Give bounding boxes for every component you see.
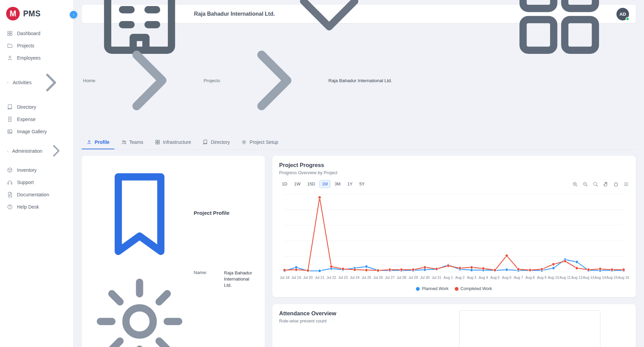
sidebar-item-projects[interactable]: Projects [0, 40, 73, 52]
legend-dot-icon [455, 287, 458, 291]
left-column: Project Profile Name:Raja Bahadur Intern… [82, 156, 265, 347]
progress-line-chart[interactable]: Jul 18Jul 19Jul 20Jul 21Jul 22Jul 23Jul … [279, 190, 629, 284]
date-range-select[interactable]: Last 7 Days [459, 310, 600, 347]
company-name: Raja Bahadur International Ltd. [194, 11, 275, 17]
sidebar-item-dashboard[interactable]: Dashboard [0, 27, 73, 40]
svg-text:Aug 5: Aug 5 [490, 275, 500, 280]
range-1m-button[interactable]: 1M [319, 180, 331, 188]
sidebar-item-label: Employees [17, 55, 41, 61]
sidebar-collapse-button[interactable] [70, 11, 77, 18]
tab-label: Infrastructure [163, 139, 191, 145]
sidebar-item-help-desk[interactable]: Help Desk [0, 201, 73, 213]
pan-icon [603, 181, 609, 187]
topbar: Raja Bahadur International Ltd. AD [82, 5, 636, 23]
app-name: PMS [23, 9, 41, 18]
tab-directory[interactable]: Directory [198, 136, 235, 149]
svg-text:Aug 9: Aug 9 [537, 275, 547, 280]
zoom-in-button[interactable] [572, 181, 578, 187]
range-1d-button[interactable]: 1D [279, 180, 290, 188]
project-progress-card: Project Progress Progress Overview by Pr… [272, 156, 636, 297]
dashboard-icon [155, 139, 160, 145]
home-button[interactable] [613, 181, 619, 187]
svg-text:Jul 19: Jul 19 [291, 275, 301, 280]
sidebar-item-label: Projects [17, 43, 34, 48]
gear-icon [241, 139, 247, 145]
sidebar-item-employees[interactable]: Employees [0, 52, 73, 64]
svg-text:Jul 26: Jul 26 [373, 275, 383, 280]
svg-text:Aug 3: Aug 3 [467, 275, 477, 280]
svg-text:Jul 22: Jul 22 [326, 275, 336, 280]
breadcrumb-item-home[interactable]: Home [83, 78, 95, 83]
card-title: Project Profile [88, 162, 258, 264]
selection-zoom-button[interactable] [593, 181, 598, 187]
app-logo[interactable]: M PMS [0, 4, 73, 27]
pan-button[interactable] [603, 181, 609, 187]
sidebar-item-activities[interactable]: Activities [0, 64, 73, 101]
tab-teams[interactable]: Teams [116, 136, 148, 149]
logo-icon: M [6, 7, 20, 20]
tab-profile[interactable]: Profile [82, 136, 114, 149]
sidebar-item-label: Documentation [17, 192, 49, 197]
range-5y-button[interactable]: 5Y [357, 180, 367, 188]
field-label: Name: [194, 270, 221, 275]
sidebar-item-label: Inventory [17, 167, 37, 173]
range-1w-button[interactable]: 1W [291, 180, 303, 188]
attendance-controls: Last 7 Days [459, 310, 629, 347]
chevron-right-icon [36, 67, 66, 98]
sidebar-item-label: Support [17, 180, 34, 185]
svg-text:Jul 18: Jul 18 [280, 275, 289, 280]
user-icon [86, 139, 92, 145]
line-chart-legend: Planned WorkCompleted Work [279, 286, 629, 291]
legend-label: Completed Work [461, 286, 492, 291]
svg-text:Aug 4: Aug 4 [479, 275, 488, 280]
book-icon [203, 139, 208, 145]
tab-label: Profile [95, 139, 110, 145]
svg-text:Jul 24: Jul 24 [350, 275, 359, 280]
tab-project-setup[interactable]: Project Setup [237, 136, 283, 149]
svg-text:Aug 6: Aug 6 [502, 275, 512, 280]
svg-text:Jul 20: Jul 20 [303, 275, 313, 280]
sidebar-item-inventory[interactable]: Inventory [0, 164, 73, 176]
sidebar-item-label: Directory [17, 104, 36, 110]
svg-text:Aug 7: Aug 7 [514, 275, 523, 280]
users-icon [121, 139, 127, 145]
sidebar-nav: DashboardProjectsEmployeesActivitiesDire… [0, 27, 73, 213]
card-title-text: Project Profile [194, 210, 229, 216]
menu-button[interactable] [623, 181, 629, 187]
chevron-down-icon [494, 313, 596, 347]
sidebar-item-administration[interactable]: Administration [0, 138, 73, 164]
tab-infrastructure[interactable]: Infrastructure [150, 136, 196, 149]
sidebar-item-expense[interactable]: Expense [0, 113, 73, 125]
range-3m-button[interactable]: 3M [332, 180, 343, 188]
breadcrumb-item-projects[interactable]: Projects [204, 78, 220, 83]
project-profile-card: Project Profile Name:Raja Bahadur Intern… [82, 156, 265, 347]
sidebar-item-documentation[interactable]: Documentation [0, 188, 73, 201]
zoom-out-button[interactable] [582, 181, 588, 187]
home-icon [613, 181, 619, 187]
sidebar-item-image-gallery[interactable]: Image Gallery [0, 125, 73, 138]
attendance-overview-card: Attendance Overview Role-wise present co… [272, 304, 636, 347]
chevron-left-icon [71, 13, 76, 17]
legend-planned-work[interactable]: Planned Work [416, 286, 448, 291]
avatar[interactable]: AD [616, 8, 629, 20]
svg-text:Aug 10: Aug 10 [548, 275, 559, 280]
legend-completed-work[interactable]: Completed Work [455, 286, 492, 291]
zoom-out-icon [582, 181, 588, 187]
sidebar-item-support[interactable]: Support [0, 176, 73, 188]
svg-text:Aug 12: Aug 12 [571, 275, 582, 280]
svg-text:Aug 15: Aug 15 [606, 275, 617, 280]
chevron-right-icon [98, 29, 200, 132]
profile-field-name: Name:Raja Bahadur International Ltd. [88, 268, 258, 347]
chevron-right-icon [223, 29, 325, 132]
sidebar-item-directory[interactable]: Directory [0, 101, 73, 113]
time-range-buttons: 1D1W15D1M3M1Y5Y [279, 180, 367, 188]
svg-text:Aug 11: Aug 11 [560, 275, 571, 280]
card-header: Project Progress Progress Overview by Pr… [279, 162, 629, 175]
svg-text:Aug 1: Aug 1 [444, 275, 453, 280]
svg-text:Jul 30: Jul 30 [420, 275, 430, 280]
chart-controls: 1D1W15D1M3M1Y5Y [279, 180, 629, 188]
range-1y-button[interactable]: 1Y [344, 180, 355, 188]
range-15d-button[interactable]: 15D [305, 180, 318, 188]
app-root: M PMS DashboardProjectsEmployeesActiviti… [0, 0, 644, 347]
legend-label: Planned Work [422, 286, 448, 291]
